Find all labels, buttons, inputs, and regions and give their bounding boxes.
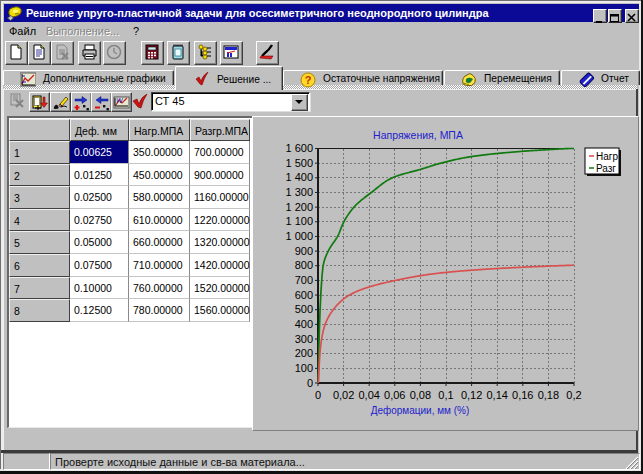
svg-text:0: 0: [307, 377, 313, 389]
svg-text:0,2: 0,2: [566, 389, 581, 401]
svg-text:0,08: 0,08: [410, 389, 431, 401]
svg-text:0,12: 0,12: [461, 389, 482, 401]
svg-text:700: 700: [295, 274, 313, 286]
svg-text:800: 800: [295, 259, 313, 271]
svg-text:Разг: Разг: [596, 163, 616, 174]
svg-text:1 400: 1 400: [285, 171, 313, 183]
svg-text:400: 400: [295, 318, 313, 330]
svg-text:?: ?: [305, 74, 312, 86]
svg-text:1 300: 1 300: [285, 186, 313, 198]
svg-text:0,06: 0,06: [384, 389, 405, 401]
svg-text:900: 900: [295, 245, 313, 257]
svg-text:Напряжения, МПА: Напряжения, МПА: [373, 129, 463, 141]
svg-text:1 100: 1 100: [285, 215, 313, 227]
svg-text:300: 300: [295, 333, 313, 345]
svg-text:1 600: 1 600: [285, 142, 313, 154]
svg-text:0: 0: [315, 389, 321, 401]
svg-text:500: 500: [295, 303, 313, 315]
svg-text:200: 200: [295, 347, 313, 359]
svg-text:1 000: 1 000: [285, 230, 313, 242]
svg-text:0,02: 0,02: [333, 389, 354, 401]
svg-text:1 500: 1 500: [285, 157, 313, 169]
svg-text:0,04: 0,04: [358, 389, 379, 401]
svg-text:600: 600: [295, 289, 313, 301]
svg-text:Деформации, мм (%): Деформации, мм (%): [371, 405, 470, 416]
svg-text:Нагр: Нагр: [596, 151, 618, 162]
svg-text:0,16: 0,16: [512, 389, 533, 401]
svg-text:0,14: 0,14: [486, 389, 507, 401]
svg-text:0,1: 0,1: [438, 389, 453, 401]
svg-text:100: 100: [295, 362, 313, 374]
svg-text:1 200: 1 200: [285, 201, 313, 213]
svg-text:0,18: 0,18: [538, 389, 559, 401]
